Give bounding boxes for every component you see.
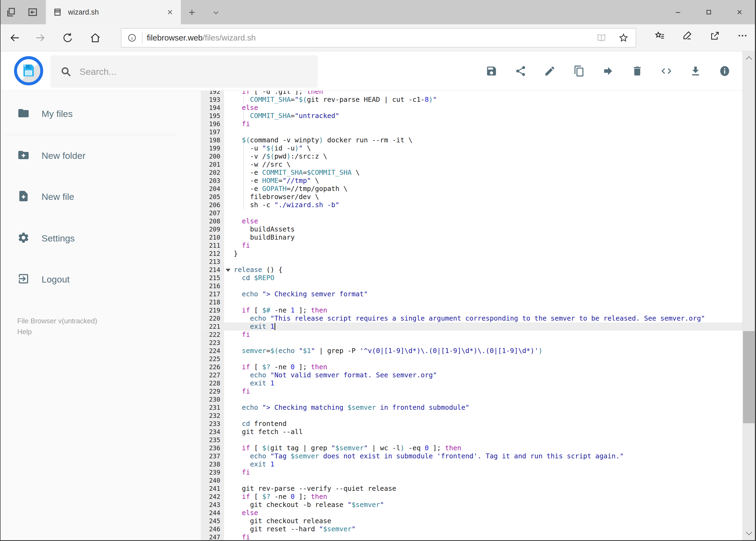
code-line[interactable]: 193 COMMIT_SHA="$(git rev-parse HEAD | c…: [201, 96, 742, 104]
info-button[interactable]: [719, 65, 731, 77]
scroll-up-arrow-icon[interactable]: [743, 52, 755, 64]
code-line[interactable]: 203 -e HOME="//tmp" \: [201, 177, 742, 185]
code-line[interactable]: 231 echo "> Checking matching $semver in…: [201, 403, 742, 412]
code-line[interactable]: 204 -e GOPATH=//tmp/gopath \: [201, 185, 742, 193]
favorite-star-icon[interactable]: [619, 33, 629, 43]
code-line[interactable]: 209 buildAssets: [201, 225, 742, 234]
code-line[interactable]: 236 if [ $(git tag | grep "$semver" | wc…: [201, 444, 742, 452]
code-line-active[interactable]: 221 exit 1: [201, 322, 742, 330]
refresh-button[interactable]: [62, 32, 74, 44]
code-line[interactable]: 226 if [ $? -ne 0 ]; then: [201, 363, 742, 371]
code-line[interactable]: 237 echo "Tag $semver does not exist in …: [201, 452, 742, 460]
tab-preview-icon[interactable]: [27, 6, 38, 18]
code-line[interactable]: 198 $(command -v winpty) docker run --rm…: [201, 136, 742, 144]
sidebar-item-settings[interactable]: Settings: [17, 226, 75, 251]
code-line[interactable]: 201 -w //src \: [201, 161, 742, 169]
code-line[interactable]: 224 semver=$(echo "$1" | grep -P '^v(0|[…: [201, 347, 742, 355]
code-line[interactable]: 229 fi: [201, 387, 742, 395]
code-button[interactable]: [660, 65, 672, 77]
scroll-down-arrow-icon[interactable]: [743, 527, 755, 540]
code-line[interactable]: 207: [201, 209, 742, 217]
share-button[interactable]: [515, 65, 527, 77]
code-line[interactable]: 243 git checkout -b release "$semver": [201, 501, 742, 509]
code-line[interactable]: 241 git rev-parse --verify --quiet relea…: [201, 485, 742, 493]
code-line[interactable]: 218: [201, 298, 742, 306]
download-button[interactable]: [690, 65, 701, 77]
code-line[interactable]: 192 if [ -d .git ]; then: [201, 91, 742, 96]
code-line[interactable]: 247 fi: [201, 533, 742, 540]
edit-button[interactable]: [544, 65, 556, 77]
code-line[interactable]: 238 exit 1: [201, 460, 742, 468]
code-line[interactable]: 240: [201, 476, 742, 485]
filebrowser-logo-icon[interactable]: [14, 56, 43, 85]
tab-wizard-sh[interactable]: wizard.sh: [46, 0, 181, 24]
set-tabs-aside-icon[interactable]: [5, 6, 17, 18]
site-info-icon[interactable]: [127, 33, 136, 42]
code-line[interactable]: 228 exit 1: [201, 379, 742, 387]
code-line[interactable]: 219 if [ $# -ne 1 ]; then: [201, 306, 742, 314]
minimize-button[interactable]: [662, 0, 693, 24]
favorites-hub-button[interactable]: [654, 30, 665, 41]
code-line[interactable]: 195 COMMIT_SHA="untracked": [201, 112, 742, 120]
tab-list-chevron-icon[interactable]: [212, 8, 220, 17]
code-line[interactable]: 206 sh -c "./wizard.sh -b": [201, 201, 742, 209]
close-window-button[interactable]: [724, 0, 755, 24]
code-line[interactable]: 235: [201, 436, 742, 444]
page-scrollbar[interactable]: [742, 51, 755, 540]
code-line[interactable]: 202 -e COMMIT_SHA=$COMMIT_SHA \: [201, 169, 742, 177]
code-line[interactable]: 246 git reset --hard "$semver": [201, 525, 742, 533]
sidebar-item-new-file[interactable]: New file: [17, 184, 74, 209]
code-line[interactable]: 239 fi: [201, 468, 742, 476]
url-text[interactable]: filebrowser.web/files/wizard.sh: [147, 33, 596, 42]
back-button[interactable]: [9, 32, 21, 44]
code-line[interactable]: 242 if [ $? -ne 0 ]; then: [201, 493, 742, 501]
maximize-button[interactable]: [693, 0, 724, 24]
copy-button[interactable]: [573, 65, 585, 77]
code-line[interactable]: 216: [201, 282, 742, 290]
close-tab-icon[interactable]: [166, 8, 174, 16]
code-line[interactable]: 234 git fetch --all: [201, 428, 742, 436]
code-line[interactable]: 215 cd $REPO: [201, 274, 742, 282]
code-editor[interactable]: 192 if [ -d .git ]; then193 COMMIT_SHA="…: [201, 91, 742, 540]
home-button[interactable]: [89, 32, 101, 44]
move-button[interactable]: [602, 65, 614, 77]
ink-notes-button[interactable]: [682, 30, 693, 41]
code-line[interactable]: 212}: [201, 250, 742, 258]
scrollbar-thumb[interactable]: [743, 331, 755, 423]
code-line[interactable]: 230: [201, 395, 742, 403]
save-button[interactable]: [486, 65, 497, 77]
new-tab-button[interactable]: [187, 8, 196, 17]
code-line[interactable]: 244 else: [201, 509, 742, 517]
code-line[interactable]: 197: [201, 128, 742, 136]
search-bar[interactable]: [51, 55, 318, 88]
more-menu-button[interactable]: [737, 30, 748, 41]
code-line[interactable]: 225: [201, 355, 742, 363]
share-page-button[interactable]: [710, 30, 720, 41]
fold-arrow-icon[interactable]: [226, 269, 230, 272]
sidebar-item-new-folder[interactable]: New folder: [17, 143, 86, 168]
code-line[interactable]: 217 echo "> Checking semver format": [201, 290, 742, 298]
code-line[interactable]: 245 git checkout release: [201, 517, 742, 525]
search-input[interactable]: [80, 66, 318, 77]
code-line[interactable]: 199 -u "$(id -u)" \: [201, 144, 742, 152]
code-line[interactable]: 233 cd frontend: [201, 420, 742, 428]
code-line[interactable]: 196 fi: [201, 120, 742, 128]
sidebar-item-logout[interactable]: Logout: [17, 267, 70, 292]
delete-button[interactable]: [631, 65, 643, 77]
code-line[interactable]: 223: [201, 339, 742, 347]
help-link[interactable]: Help: [17, 326, 97, 337]
code-line[interactable]: 200 -v /$(pwd):/src:z \: [201, 152, 742, 161]
code-line[interactable]: 213: [201, 258, 742, 266]
sidebar-item-my-files[interactable]: My files: [17, 101, 73, 126]
code-line[interactable]: 220 echo "This release script requires a…: [201, 314, 742, 322]
code-line[interactable]: 205 filebrowser/dev \: [201, 193, 742, 201]
code-line[interactable]: 227 echo "Not valid semver format. See s…: [201, 371, 742, 379]
code-line[interactable]: 222 fi: [201, 330, 742, 339]
code-line[interactable]: 214release () {: [201, 266, 742, 274]
code-line[interactable]: 194 else: [201, 104, 742, 112]
forward-button[interactable]: [34, 32, 46, 44]
code-line[interactable]: 208 else: [201, 217, 742, 225]
code-line[interactable]: 211 fi: [201, 242, 742, 250]
address-bar[interactable]: filebrowser.web/files/wizard.sh: [121, 28, 636, 48]
code-line[interactable]: 232: [201, 412, 742, 420]
